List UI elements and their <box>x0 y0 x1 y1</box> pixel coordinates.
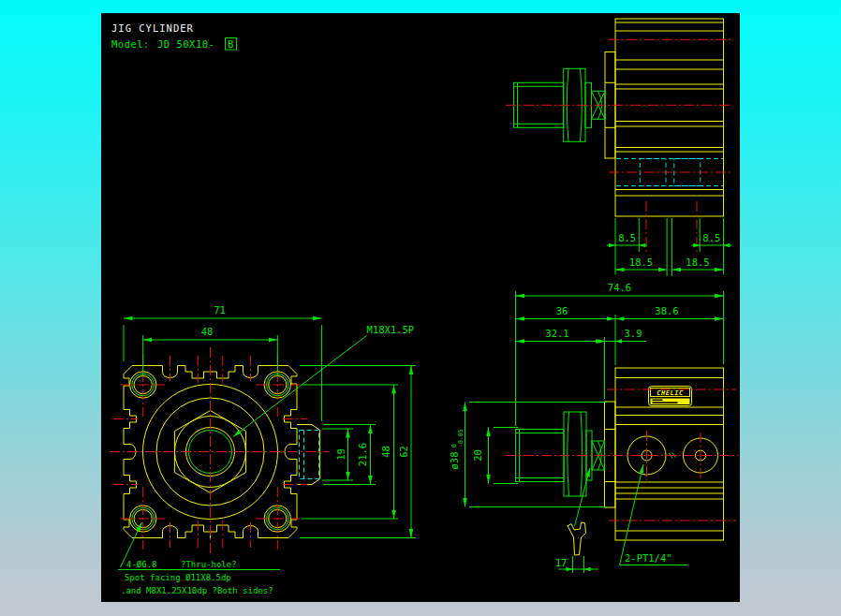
dim-body-depth: 38.6 <box>655 305 678 316</box>
side-view-centerlines <box>506 389 738 521</box>
dim-bolt-pitch-v: 48 <box>380 446 391 458</box>
note-hole: 4-Ø6.8 <box>126 560 157 569</box>
dim-port-edge-right: 8.5 <box>702 232 720 243</box>
thread-label: M18X1.5P <box>367 324 415 335</box>
front-view: 71 48 M18X1.5P 19 21.6 48 <box>110 304 416 595</box>
model-label: Model: <box>111 38 150 50</box>
dim-slot-outer: 21.6 <box>357 443 368 466</box>
machining-notes: 4-Ø6.8 ?Thru-hole? Spot facing Ø11X8.5dp… <box>118 522 280 595</box>
drawing-title: JIG CYLINDER <box>111 22 194 34</box>
sticker-brand-text: CHELIC <box>657 389 684 397</box>
hidden-thread-tab <box>300 431 319 479</box>
dim-front: 36 <box>556 305 568 316</box>
port-label: 2-PT1/4" <box>625 552 672 564</box>
dim-port-pitch-left: 18.5 <box>629 257 653 268</box>
dim-height: 62 <box>398 446 409 458</box>
dim-rod-dia: 20 <box>472 449 483 462</box>
boss-tol-lower: -0.05 <box>457 429 465 447</box>
dim-boss-depth: 3.9 <box>625 328 642 339</box>
model-code: JD 50X10- <box>157 38 214 50</box>
note-spotface: Spot facing Ø11X8.5dp <box>125 573 231 582</box>
dim-wrench-flats: 17 <box>555 557 568 568</box>
front-view-dimensions: 71 48 M18X1.5P 19 21.6 48 <box>124 304 416 538</box>
top-view: 8.5 8.5 18.5 18.5 <box>506 19 732 276</box>
wrench-icon <box>568 522 586 555</box>
top-view-dimensions: 8.5 8.5 18.5 18.5 <box>607 218 731 276</box>
dim-overall: 74.6 <box>608 282 631 293</box>
side-tab <box>297 425 320 485</box>
top-view-body-lines <box>605 22 724 196</box>
thread-leader <box>233 336 367 437</box>
note-thread: .and M8X1.25X10dp ?Both sides? <box>121 586 273 595</box>
dim-slot-inner: 19 <box>335 448 347 461</box>
drawing-svg: JIG CYLINDER Model: JD 50X10- B <box>101 13 740 602</box>
dim-port-edge-left: 8.5 <box>618 232 636 243</box>
side-view: CHELIC <box>449 282 739 573</box>
note-hole-suffix: ?Thru-hole? <box>181 560 237 569</box>
dim-width-total: 71 <box>214 304 226 315</box>
title-block: JIG CYLINDER Model: JD 50X10- B <box>111 22 237 50</box>
boss-side-view <box>605 402 616 507</box>
model-variant: B <box>228 38 234 50</box>
dim-port-pitch-right: 18.5 <box>686 257 709 268</box>
wrench-leader <box>575 468 591 526</box>
cad-desktop-background: JIG CYLINDER Model: JD 50X10- B <box>0 0 841 616</box>
port-leader <box>620 464 644 565</box>
dim-bolt-pitch-h: 48 <box>201 326 214 337</box>
boss-dia: ø38 <box>449 452 460 470</box>
dim-rod-extend: 32.1 <box>545 328 568 339</box>
cad-viewport[interactable]: JIG CYLINDER Model: JD 50X10- B <box>101 13 740 602</box>
